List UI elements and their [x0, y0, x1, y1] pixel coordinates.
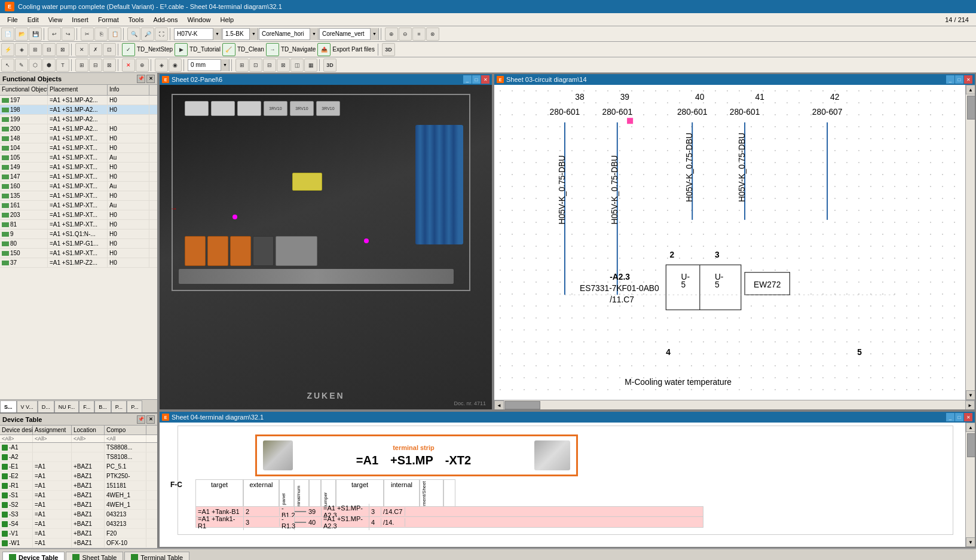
func-row-160[interactable]: 160 =A1 +S1.MP-XT... Au — [0, 182, 157, 191]
tb-draw-16[interactable]: ⊠ — [277, 59, 290, 72]
device-row-r1[interactable]: -R1 =A1 +BAZ1 151181 — [0, 481, 157, 491]
func-row-105[interactable]: 105 =A1 +S1.MP-XT... Au — [0, 153, 157, 163]
dimension-dropdown[interactable]: 0 mm ▼ — [188, 59, 230, 71]
tb-r9[interactable]: ✓ — [122, 43, 135, 56]
win3d-maximize[interactable]: □ — [472, 75, 481, 84]
menu-edit[interactable]: Edit — [23, 15, 44, 25]
tb-zoom-out[interactable]: 🔎 — [141, 27, 154, 41]
tb-r1[interactable]: ⚡ — [1, 43, 14, 56]
tb-r10[interactable]: ▶ — [175, 43, 188, 56]
func-panel-close[interactable]: ✕ — [146, 75, 155, 83]
tb-open[interactable]: 📂 — [15, 27, 28, 41]
tb-draw-14[interactable]: ⊡ — [249, 59, 262, 72]
device-row-s3[interactable]: -S3 =A1 +BAZ1 043213 — [0, 510, 157, 519]
func-row-203[interactable]: 203 =A1 +S1.MP-XT... H0 — [0, 210, 157, 220]
tb-draw-5[interactable]: T — [56, 59, 69, 72]
tab-f[interactable]: F... — [79, 400, 94, 412]
win-circuit-minimize[interactable]: _ — [946, 75, 954, 84]
corename-vert-arrow[interactable]: ▼ — [370, 28, 378, 40]
tab-s[interactable]: S... — [0, 400, 17, 412]
func-row-104[interactable]: 104 =A1 +S1.MP-XT... H0 — [0, 143, 157, 153]
win-circuit-maximize[interactable]: □ — [955, 75, 963, 84]
td-tutorial-label[interactable]: TD_Tutorial — [188, 46, 222, 53]
win-terminal-minimize[interactable]: _ — [946, 413, 954, 421]
win-circuit-close[interactable]: ✕ — [964, 75, 972, 84]
tb-r5[interactable]: ⊠ — [56, 43, 69, 56]
circuit-hscroll-track[interactable] — [504, 400, 965, 409]
func-row-80[interactable]: 80 =A1 +S1.MP-G1... H0 — [0, 239, 157, 249]
circuit-hscrollbar[interactable]: ◄ ► — [494, 400, 975, 409]
circuit-hscroll-left[interactable]: ◄ — [494, 400, 504, 410]
func-row-147[interactable]: 147 =A1 +S1.MP-XT... H0 — [0, 172, 157, 182]
tb-draw-13[interactable]: ⊞ — [235, 59, 249, 72]
td-clean-label[interactable]: TD_Clean — [236, 46, 265, 53]
func-panel-pin[interactable]: 📌 — [137, 75, 145, 83]
tb-draw-15[interactable]: ⊟ — [263, 59, 276, 72]
tb-r12[interactable]: → — [266, 43, 279, 56]
circuit-scroll-up[interactable]: ▲ — [966, 85, 975, 94]
tb-cut[interactable]: ✂ — [81, 27, 94, 41]
tb-btn-b[interactable]: ⊖ — [399, 27, 412, 41]
menu-addons[interactable]: Add-ons — [148, 15, 182, 25]
func-row-197[interactable]: 197 =A1 +S1.MP-A2... H0 — [0, 96, 157, 105]
corename-vert-dropdown[interactable]: CoreName_vert ▼ — [319, 28, 379, 40]
tb-r2[interactable]: ◈ — [15, 43, 28, 56]
func-row-135[interactable]: 135 =A1 +S1.MP-XT... H0 — [0, 191, 157, 201]
circuit-hscroll-right[interactable]: ► — [965, 400, 975, 410]
menu-window[interactable]: Window — [182, 15, 215, 25]
tb-r3[interactable]: ⊞ — [29, 43, 42, 56]
tb-draw-7[interactable]: ⊟ — [89, 59, 102, 72]
func-row-150[interactable]: 150 =A1 +S1.MP-XT... H0 — [0, 249, 157, 258]
tb-redo[interactable]: ↪ — [62, 27, 75, 41]
tab-terminal-table[interactable]: Terminal Table — [124, 552, 189, 560]
terminal-data-row-1[interactable]: =A1 +Tank-B1 2 -B1.2 39 =A1 +S1.MP-A2.3 … — [195, 506, 703, 517]
corename-hori-arrow[interactable]: ▼ — [310, 28, 318, 40]
circuit-scroll-track[interactable] — [966, 94, 975, 390]
tb-r13[interactable]: 📤 — [317, 43, 331, 56]
tb-r4[interactable]: ⊟ — [42, 43, 56, 56]
tb-draw-2[interactable]: ✎ — [15, 59, 28, 72]
tab-p1[interactable]: P... — [111, 400, 127, 412]
device-panel-close[interactable]: ✕ — [146, 415, 155, 424]
func-row-199[interactable]: 199 =A1 +S1.MP-A2... — [0, 115, 157, 124]
tb-draw-9[interactable]: ✕ — [122, 59, 135, 72]
tb-draw-8[interactable]: ⊠ — [103, 59, 116, 72]
device-row-s4[interactable]: -S4 =A1 +BAZ1 043213 — [0, 519, 157, 529]
tab-d[interactable]: D... — [38, 400, 54, 412]
device-row-s1[interactable]: -S1 =A1 +BAZ1 4WEH_1 — [0, 491, 157, 500]
tb-copy[interactable]: ⎘ — [94, 27, 108, 41]
device-panel-pin[interactable]: 📌 — [137, 415, 145, 424]
menu-view[interactable]: View — [44, 15, 68, 25]
tb-paste[interactable]: 📋 — [108, 27, 121, 41]
tb-draw-4[interactable]: ⬢ — [42, 59, 56, 72]
tab-nuf[interactable]: NU F... — [54, 400, 79, 412]
tb-draw-10[interactable]: ⊕ — [136, 59, 149, 72]
tb-draw-11[interactable]: ◈ — [155, 59, 168, 72]
menu-format[interactable]: Format — [93, 15, 124, 25]
func-row-200[interactable]: 200 =A1 +S1.MP-A2... H0 — [0, 124, 157, 134]
export-label[interactable]: Export Part files — [331, 46, 376, 53]
tb-r8[interactable]: ⊡ — [103, 43, 116, 56]
tb-fit[interactable]: ⛶ — [155, 27, 168, 41]
tb-r11[interactable]: 🧹 — [222, 43, 235, 56]
tab-b[interactable]: B... — [94, 400, 111, 412]
menu-insert[interactable]: Insert — [67, 15, 93, 25]
device-row-a1[interactable]: -A1 TS8808... — [0, 443, 157, 452]
tb-draw-18[interactable]: ▦ — [304, 59, 317, 72]
tb-save[interactable]: 💾 — [29, 27, 42, 41]
terminal-scroll-thumb[interactable] — [967, 433, 975, 457]
func-row-148[interactable]: 148 =A1 +S1.MP-XT... H0 — [0, 134, 157, 143]
tb-draw-1[interactable]: ↖ — [1, 59, 14, 72]
circuit-hscroll-thumb[interactable] — [504, 401, 540, 409]
tb-draw-12[interactable]: ◉ — [169, 59, 182, 72]
tb-new[interactable]: 📄 — [1, 27, 14, 41]
func-row-161[interactable]: 161 =A1 +S1.MP-XT... Au — [0, 201, 157, 210]
device-row-e2[interactable]: -E2 =A1 +BAZ1 PTK250- — [0, 472, 157, 481]
tb-3d[interactable]: 3D — [382, 43, 395, 56]
tab-sheet-table[interactable]: Sheet Table — [66, 552, 123, 560]
wire-size-dropdown[interactable]: 1.5-BK ▼ — [222, 28, 258, 40]
device-row-v1[interactable]: -V1 =A1 +BAZ1 F20 — [0, 529, 157, 538]
tb-btn-d[interactable]: ⊗ — [426, 27, 439, 41]
menu-file[interactable]: File — [2, 15, 23, 25]
tb-draw-17[interactable]: ◫ — [290, 59, 304, 72]
